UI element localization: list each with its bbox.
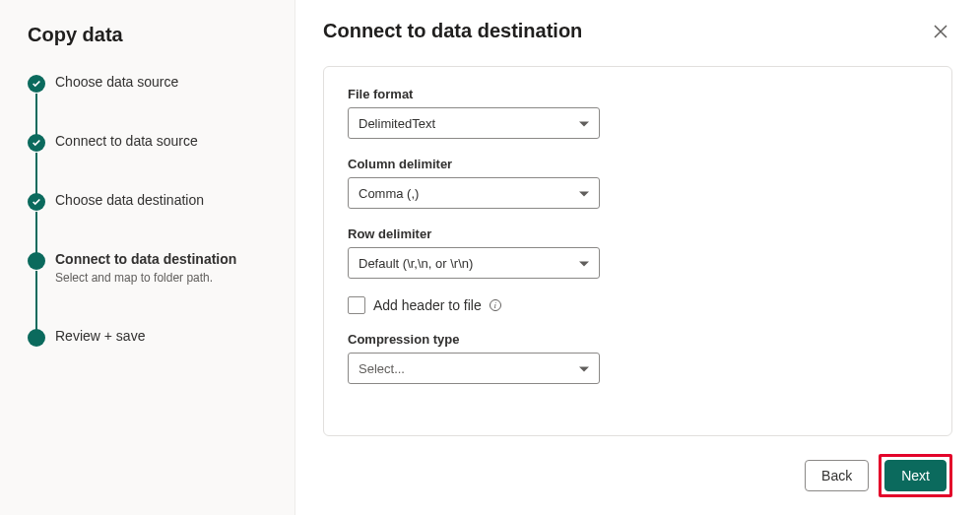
- next-highlight: Next: [879, 454, 952, 497]
- step-connect-to-data-destination[interactable]: Connect to data destination Select and m…: [28, 251, 275, 328]
- step-label: Choose data source: [55, 74, 275, 90]
- back-button[interactable]: Back: [805, 460, 869, 491]
- wizard-sidebar: Copy data Choose data source Connect to …: [0, 0, 295, 515]
- step-subtitle: Select and map to folder path.: [55, 271, 275, 285]
- wizard-steps: Choose data source Connect to data sourc…: [28, 74, 275, 344]
- row-delimiter-label: Row delimiter: [348, 226, 928, 241]
- column-delimiter-value: Comma (,): [359, 186, 419, 201]
- main-header: Connect to data destination: [323, 20, 952, 46]
- column-delimiter-label: Column delimiter: [348, 157, 928, 171]
- add-header-label: Add header to file: [373, 297, 482, 313]
- add-header-checkbox[interactable]: [348, 296, 365, 314]
- file-format-select[interactable]: DelimitedText: [348, 107, 600, 139]
- row-delimiter-value: Default (\r,\n, or \r\n): [359, 256, 473, 271]
- field-row-delimiter: Row delimiter Default (\r,\n, or \r\n): [348, 226, 928, 279]
- step-choose-data-destination[interactable]: Choose data destination: [28, 192, 275, 251]
- pending-step-icon: [28, 329, 45, 347]
- file-format-value: DelimitedText: [359, 116, 435, 131]
- step-review-save[interactable]: Review + save: [28, 328, 275, 344]
- field-column-delimiter: Column delimiter Comma (,): [348, 157, 928, 209]
- main-panel: Connect to data destination File format …: [295, 0, 980, 515]
- file-format-label: File format: [348, 87, 928, 101]
- page-title: Connect to data destination: [323, 20, 582, 42]
- footer-actions: Back Next: [323, 454, 952, 497]
- field-compression-type: Compression type Select...: [348, 332, 928, 384]
- field-add-header: Add header to file i: [348, 296, 928, 314]
- current-step-icon: [28, 252, 45, 270]
- compression-type-select[interactable]: Select...: [348, 353, 600, 384]
- sidebar-title: Copy data: [28, 24, 275, 46]
- compression-type-label: Compression type: [348, 332, 928, 347]
- step-label: Review + save: [55, 328, 275, 344]
- close-button[interactable]: [929, 20, 952, 46]
- field-file-format: File format DelimitedText: [348, 87, 928, 139]
- form-card: File format DelimitedText Column delimit…: [323, 66, 952, 436]
- step-label: Choose data destination: [55, 192, 275, 208]
- step-label: Connect to data destination: [55, 251, 275, 267]
- next-button[interactable]: Next: [884, 460, 947, 491]
- step-choose-data-source[interactable]: Choose data source: [28, 74, 275, 133]
- step-connect-to-data-source[interactable]: Connect to data source: [28, 133, 275, 192]
- compression-type-placeholder: Select...: [359, 361, 405, 376]
- column-delimiter-select[interactable]: Comma (,): [348, 177, 600, 209]
- check-icon: [28, 193, 45, 211]
- row-delimiter-select[interactable]: Default (\r,\n, or \r\n): [348, 247, 600, 279]
- info-icon[interactable]: i: [490, 299, 501, 311]
- check-icon: [28, 75, 45, 93]
- step-label: Connect to data source: [55, 133, 275, 149]
- check-icon: [28, 134, 45, 152]
- close-icon: [933, 24, 948, 39]
